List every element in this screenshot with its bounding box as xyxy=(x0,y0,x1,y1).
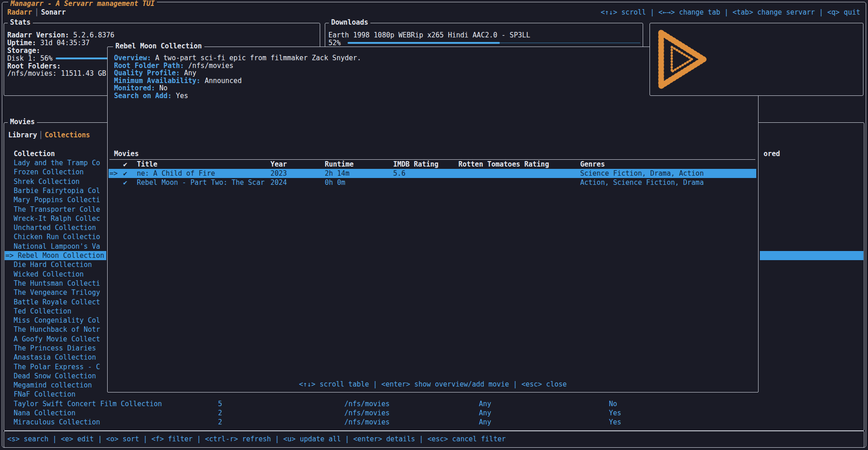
collection-name: Rebel Moon Collection xyxy=(18,251,104,260)
movies-column-check: ✔ xyxy=(123,160,127,169)
collection-quality-profile: Any xyxy=(479,408,491,418)
movie-year: 2024 xyxy=(270,178,287,187)
footer-bar: <s> search | <e> edit | <o> sort | <f> f… xyxy=(4,431,864,448)
collection-row[interactable]: Chicken Run Collectio xyxy=(14,232,100,241)
tab-separator: │ xyxy=(35,8,39,17)
movie-title[interactable]: Rebel Moon - Part Two: The Scar xyxy=(137,178,265,187)
collection-root-folder: /nfs/movies xyxy=(344,399,390,408)
collection-row[interactable]: FNaF Collection xyxy=(14,390,75,399)
movies-column-rotten-tomatoes: Rotten Tomatoes Rating xyxy=(458,160,549,169)
collection-quality-profile: Any xyxy=(479,418,491,427)
collection-row[interactable]: Ted Collection xyxy=(14,307,71,316)
keybinding-hints-bottom: <s> search | <e> edit | <o> sort | <f> f… xyxy=(7,434,506,444)
collection-row-selected[interactable]: => Rebel Moon Collection xyxy=(5,251,106,260)
app-title: Managarr - A Servarr management TUI xyxy=(8,0,157,7)
collection-row-selected-right-fragment xyxy=(760,251,863,260)
collection-root-folder: /nfs/movies xyxy=(344,408,390,418)
movie-title: ne: A Child of Fire xyxy=(137,169,215,178)
terminal-screen: Managarr - A Servarr management TUI Rada… xyxy=(0,0,868,450)
collection-row[interactable]: Mary Poppins Collecti xyxy=(14,195,100,204)
movies-table-title: Movies xyxy=(114,149,139,158)
collection-row[interactable]: Shrek Collection xyxy=(14,177,80,186)
collection-root-folder: /nfs/movies xyxy=(344,418,390,427)
modal-keybinding-hints: <↑↓> scroll table | <enter> show overvie… xyxy=(108,380,758,389)
collection-search-on-add: No xyxy=(609,399,617,408)
collection-movie-count: 5 xyxy=(218,399,222,408)
movie-runtime: 2h 14m xyxy=(325,169,349,178)
movie-year: 2023 xyxy=(270,169,287,178)
tab-radarr[interactable]: Radarr xyxy=(7,8,32,17)
collection-row[interactable]: The Transporter Colle xyxy=(14,205,100,214)
column-header-collection: Collection xyxy=(14,149,55,158)
tab-separator: │ xyxy=(39,131,43,140)
play-logo-icon xyxy=(656,28,711,90)
collection-row[interactable]: Taylor Swift Concert Film Collection xyxy=(14,399,162,408)
collection-row[interactable]: Uncharted Collection xyxy=(14,223,96,232)
collection-row[interactable]: Megamind collection xyxy=(14,381,92,390)
collection-row[interactable]: Frozen Collection xyxy=(14,167,84,177)
collection-row[interactable]: Miss Congeniality Col xyxy=(14,316,100,325)
collection-row[interactable]: Barbie Fairytopia Col xyxy=(14,186,100,195)
collection-row[interactable]: The Huntsman Collecti xyxy=(14,279,100,288)
movie-imdb-rating: 5.6 xyxy=(393,169,405,178)
collection-search-on-add: Yes xyxy=(609,418,621,427)
collection-row[interactable]: Lady and the Tramp Co xyxy=(14,158,100,167)
collection-row[interactable]: Battle Royale Collect xyxy=(14,298,100,307)
collection-row[interactable]: Miraculous Collection xyxy=(14,418,100,427)
movies-panel-title: Movies xyxy=(8,118,37,126)
collection-row[interactable]: The Hunchback of Notr xyxy=(14,325,100,334)
collection-row[interactable]: National Lampoon's Va xyxy=(14,242,100,251)
download-item-name: Earth 1998 1080p WEBRip x265 Hindi AAC2.… xyxy=(328,31,530,40)
root-folder-usage: /nfs/movies: 11511.43 GB xyxy=(7,69,106,78)
selection-marker: => xyxy=(109,169,118,178)
collection-row[interactable]: Wreck-It Ralph Collec xyxy=(14,214,100,223)
tab-sonarr[interactable]: Sonarr xyxy=(41,8,66,17)
collection-row[interactable]: Die Hard Collection xyxy=(14,260,92,269)
selection-marker: => xyxy=(5,251,14,260)
download-progress-gauge-track xyxy=(500,42,640,43)
movies-column-title: Title xyxy=(137,160,157,169)
collection-row[interactable]: The Vengeance Trilogy xyxy=(14,288,100,297)
movie-genres: Science Fiction, Drama, Action xyxy=(580,169,704,178)
collection-row[interactable]: A Goofy Movie Collect xyxy=(14,335,100,344)
logo-panel xyxy=(650,23,863,96)
collection-movie-count: 2 xyxy=(218,418,222,427)
collection-row[interactable]: Dead Snow Collection xyxy=(14,372,96,381)
movie-runtime: 0h 0m xyxy=(325,178,345,187)
movies-column-runtime: Runtime xyxy=(325,160,353,169)
check-icon: ✔ xyxy=(123,178,127,187)
tab-collections[interactable]: Collections xyxy=(45,131,90,140)
movies-column-genres: Genres xyxy=(580,160,605,169)
collection-row[interactable]: Wicked Collection xyxy=(14,270,84,279)
download-progress-gauge xyxy=(348,42,500,44)
field-label-search-on-add: Search on Add: xyxy=(114,92,172,100)
modal-title: Rebel Moon Collection xyxy=(113,42,204,50)
keybinding-hints-top: <↑↓> scroll | <←→> change tab | <tab> ch… xyxy=(456,8,860,17)
check-icon: ✔ xyxy=(123,169,127,178)
movie-row-selected[interactable]: => ✔ ne: A Child of Fire 2023 2h 14m 5.6… xyxy=(109,169,756,178)
downloads-panel-title: Downloads xyxy=(329,19,370,26)
collection-row[interactable]: The Polar Express - C xyxy=(14,362,100,372)
stats-panel-title: Stats xyxy=(8,19,33,26)
collection-row[interactable]: The Princess Diaries xyxy=(14,344,96,353)
download-progress-label: 52% xyxy=(328,38,341,47)
collection-details-modal: Rebel Moon Collection Overview:A two-par… xyxy=(107,47,759,392)
movies-column-imdb-rating: IMDB Rating xyxy=(393,160,438,169)
movies-column-year: Year xyxy=(270,160,287,169)
column-header-monitored-fragment: ored xyxy=(764,149,780,158)
collection-row[interactable]: Nana Collection xyxy=(14,408,75,418)
field-value-search-on-add: Yes xyxy=(176,92,188,100)
movie-genres: Action, Science Fiction, Drama xyxy=(580,178,704,187)
collection-quality-profile: Any xyxy=(479,399,491,408)
field-value-minimum-availability: Announced xyxy=(205,77,242,85)
collection-search-on-add: Yes xyxy=(609,408,621,418)
collection-movie-count: 2 xyxy=(218,408,222,418)
uptime-value: 31d 04:35:37 xyxy=(40,39,89,47)
collection-row[interactable]: Anastasia Collection xyxy=(14,353,96,362)
tab-library[interactable]: Library xyxy=(8,131,37,140)
